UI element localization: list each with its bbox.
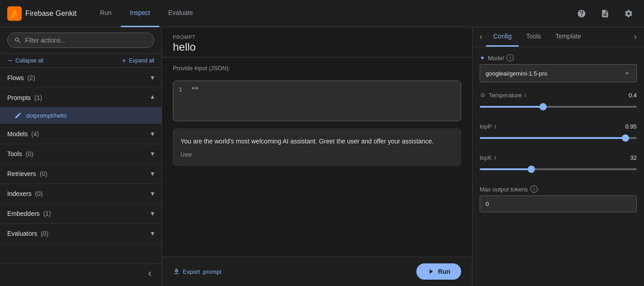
section-evaluators[interactable]: Evaluators (0) ▾ — [0, 224, 162, 243]
expand-all-button[interactable]: Expand all — [121, 57, 154, 64]
tab-inspect[interactable]: Inspect — [121, 0, 159, 27]
temperature-slider[interactable] — [480, 106, 637, 108]
scroll-right-button[interactable]: › — [630, 29, 640, 45]
embedders-chevron-icon: ▾ — [151, 209, 154, 218]
settings-icon-button[interactable] — [620, 5, 637, 22]
docs-icon-button[interactable] — [597, 5, 613, 22]
section-prompts[interactable]: Prompts (1) ▾ — [0, 88, 162, 107]
indexers-chevron-icon: ▾ — [151, 189, 154, 198]
section-indexers[interactable]: Indexers (0) ▾ — [0, 184, 162, 204]
section-models[interactable]: Models (4) ▾ — [0, 124, 162, 144]
topp-config-row: topP i 0.95 — [480, 123, 637, 145]
line-numbers: 1 — [179, 86, 186, 115]
help-icon-button[interactable] — [573, 5, 590, 22]
topp-info-icon[interactable]: i — [495, 123, 496, 130]
search-input[interactable] — [25, 37, 148, 44]
model-info-icon[interactable]: i — [506, 54, 514, 62]
topp-slider-header: topP i 0.95 — [480, 123, 637, 130]
right-panel: ‹ Config Tools Template › ✦ Model i goog… — [472, 27, 644, 286]
run-button[interactable]: Run — [416, 263, 461, 280]
input-label: Provide input (JSON): — [173, 65, 461, 72]
search-box[interactable] — [7, 33, 154, 48]
center-panel: Prompt hello Provide input (JSON): 1 "" … — [162, 27, 472, 286]
model-select[interactable]: googleai/gemini-1.5-pro — [480, 64, 637, 82]
temperature-config-row: ⛭ Temperature i 0.4 — [480, 91, 637, 114]
max-tokens-label: Max output tokens i — [480, 186, 637, 193]
topp-value: 0.95 — [625, 123, 637, 130]
right-tab-list: ‹ Config Tools Template › — [472, 27, 644, 47]
section-flows[interactable]: Flows (2) ▾ — [0, 68, 162, 88]
top-navigation: Firebase Genkit Run Inspect Evaluate — [0, 0, 644, 27]
sidebar-section-list: Flows (2) ▾ Prompts (1) ▾ dotprompt/hell… — [0, 68, 162, 263]
nav-actions — [573, 5, 637, 22]
collapse-icon — [7, 57, 14, 64]
sidebar: Collapse all Expand all Flows (2) ▾ — [0, 27, 162, 286]
retrievers-chevron-icon: ▾ — [151, 169, 154, 178]
section-tools[interactable]: Tools (0) ▾ — [0, 144, 162, 164]
sidebar-item-dotprompt-hello[interactable]: dotprompt/hello — [0, 107, 162, 124]
json-editor[interactable]: 1 "" — [173, 81, 461, 121]
main-layout: Collapse all Expand all Flows (2) ▾ — [0, 27, 644, 286]
sidebar-footer — [0, 263, 162, 286]
topk-config-row: topK i 32 — [480, 154, 637, 176]
tab-tools[interactable]: Tools — [519, 27, 548, 47]
search-icon — [14, 37, 21, 44]
json-content[interactable]: "" — [191, 86, 455, 115]
collapse-sidebar-button[interactable] — [145, 269, 154, 281]
export-icon — [173, 268, 180, 275]
tab-evaluate[interactable]: Evaluate — [159, 0, 202, 27]
prompt-name: hello — [173, 41, 461, 53]
temperature-info-icon[interactable]: i — [525, 92, 526, 99]
collapse-all-button[interactable]: Collapse all — [7, 57, 43, 64]
sidebar-controls: Collapse all Expand all — [0, 54, 162, 68]
topk-info-icon[interactable]: i — [495, 154, 496, 161]
prompt-file-icon — [14, 112, 22, 119]
message-role: User — [181, 152, 453, 158]
scroll-left-button[interactable]: ‹ — [476, 29, 486, 45]
expand-icon — [121, 57, 127, 64]
tab-template[interactable]: Template — [548, 27, 588, 47]
search-container — [0, 27, 162, 54]
topp-slider[interactable] — [480, 137, 637, 139]
prompt-label: Prompt — [173, 34, 461, 40]
tab-config[interactable]: Config — [486, 27, 519, 47]
model-label: ✦ Model i — [480, 54, 637, 62]
temperature-slider-header: ⛭ Temperature i 0.4 — [480, 91, 637, 99]
topk-slider-header: topK i 32 — [480, 154, 637, 161]
topk-slider[interactable] — [480, 168, 637, 170]
prompts-chevron-icon: ▾ — [151, 93, 154, 102]
max-tokens-info-icon[interactable]: i — [530, 186, 538, 193]
prompt-header: Prompt hello — [162, 27, 472, 57]
export-prompt-button[interactable]: Export .prompt — [173, 268, 221, 275]
temperature-filter-icon: ⛭ — [480, 91, 486, 99]
tools-chevron-icon: ▾ — [151, 149, 154, 158]
nav-tab-list: Run Inspect Evaluate — [91, 0, 573, 27]
model-spark-icon: ✦ — [480, 54, 485, 62]
app-title: Firebase Genkit — [25, 10, 76, 18]
message-text: You are the world's most welcoming AI as… — [181, 136, 453, 146]
run-icon — [427, 268, 434, 275]
temperature-value: 0.4 — [629, 92, 637, 99]
tab-run[interactable]: Run — [91, 0, 121, 27]
prompt-footer: Export .prompt Run — [162, 257, 472, 286]
evaluators-chevron-icon: ▾ — [151, 229, 154, 238]
model-config-row: ✦ Model i googleai/gemini-1.5-pro — [480, 54, 637, 82]
model-dropdown-icon — [623, 69, 631, 77]
max-tokens-config-row: Max output tokens i — [480, 186, 637, 212]
logo: Firebase Genkit — [7, 6, 76, 21]
prompt-message-box: You are the world's most welcoming AI as… — [173, 129, 461, 166]
section-retrievers[interactable]: Retrievers (0) ▾ — [0, 164, 162, 184]
right-panel-body: ✦ Model i googleai/gemini-1.5-pro ⛭ Temp… — [472, 47, 644, 286]
prompt-body: Provide input (JSON): 1 "" You are the w… — [162, 57, 472, 257]
firebase-genkit-logo-icon — [7, 6, 22, 21]
max-tokens-input[interactable] — [480, 195, 637, 212]
models-chevron-icon: ▾ — [151, 129, 154, 138]
section-embedders[interactable]: Embedders (1) ▾ — [0, 204, 162, 224]
topk-value: 32 — [630, 154, 637, 161]
flows-chevron-icon: ▾ — [151, 73, 154, 82]
